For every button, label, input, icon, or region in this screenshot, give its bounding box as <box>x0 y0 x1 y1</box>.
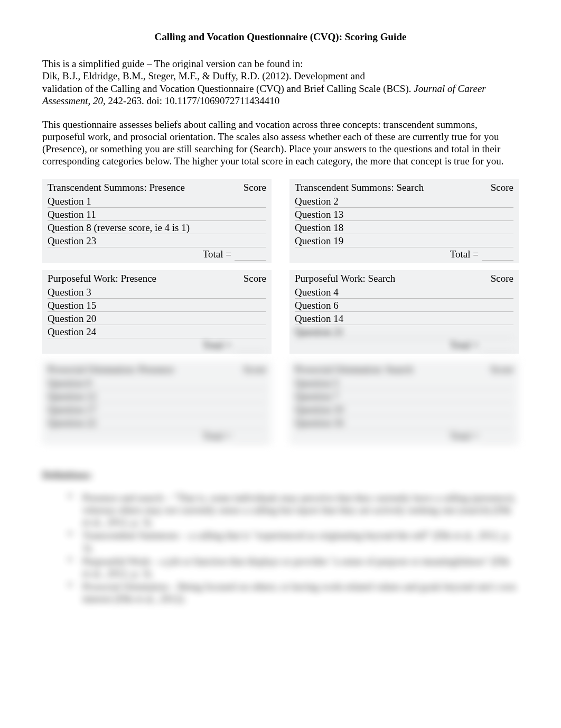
question-label: Question 19 <box>295 235 343 247</box>
definition-item: Prosocial Orientation – Being focused on… <box>68 580 519 605</box>
box-pw-search: Purposeful Work: Search Score Question 4… <box>289 270 519 354</box>
box-pw-presence: Purposeful Work: Presence Score Question… <box>42 270 272 354</box>
question-label: Question 12 <box>48 390 96 402</box>
question-label: Question 22 <box>48 417 96 429</box>
question-label: Question 11 <box>48 208 96 220</box>
row-purposeful: Purposeful Work: Presence Score Question… <box>42 270 519 354</box>
definition-item: Transcendent Summons – a calling that is… <box>68 529 519 554</box>
total-line: Total = <box>295 429 513 442</box>
question-line: Question 17 <box>48 403 266 416</box>
question-label: Question 6 <box>295 299 339 311</box>
total-slot <box>235 339 266 351</box>
definition-item: Purposeful Work – a job or function that… <box>68 555 519 579</box>
box-header: Prosocial Orientation: Presence Score <box>48 363 266 376</box>
intro-line-1: This is a simplified guide – The origina… <box>42 58 519 70</box>
question-line: Question 6 <box>295 299 513 312</box>
question-label: Question 15 <box>48 299 96 311</box>
question-line: Question 21 <box>295 325 513 338</box>
score-label: Score <box>244 363 266 375</box>
box-ts-presence: Transcendent Summons: Presence Score Que… <box>42 179 272 263</box>
total-label: Total = <box>450 339 482 351</box>
scoring-grid: Transcendent Summons: Presence Score Que… <box>42 179 519 445</box>
box-header: Transcendent Summons: Presence Score <box>48 181 266 195</box>
total-line: Total = <box>48 338 266 351</box>
question-label: Question 3 <box>48 286 91 298</box>
definitions-section: Definitions: Presence and search – "That… <box>42 469 519 605</box>
box-title: Purposeful Work: Search <box>295 272 395 284</box>
question-label: Question 4 <box>295 286 339 298</box>
question-label: Question 23 <box>48 235 96 247</box>
score-label: Score <box>244 181 266 193</box>
total-line: Total = <box>48 247 266 260</box>
intro-line-3a: validation of the Calling and Vocation Q… <box>42 83 414 94</box>
question-line: Question 8 (reverse score, ie 4 is 1) <box>48 221 266 234</box>
description: This questionnaire assesses beliefs abou… <box>42 118 519 168</box>
question-line: Question 9 <box>48 376 266 390</box>
question-line: Question 15 <box>48 299 266 312</box>
question-line: Question 7 <box>295 390 513 403</box>
question-label: Question 5 <box>295 377 339 389</box>
question-label: Question 9 <box>48 377 91 389</box>
question-line: Question 4 <box>295 285 513 299</box>
question-line: Question 18 <box>295 221 513 234</box>
score-label: Score <box>491 181 513 193</box>
box-title: Prosocial Orientation: Presence <box>48 363 174 375</box>
question-label: Question 8 (reverse score, ie 4 is 1) <box>48 222 190 234</box>
question-label: Question 21 <box>295 326 343 338</box>
total-slot <box>482 248 513 260</box>
intro-line-3c: 242-263. doi: 10.1177/1069072711434410 <box>106 95 280 106</box>
question-line: Question 19 <box>295 234 513 247</box>
total-slot <box>235 248 266 260</box>
score-label: Score <box>491 272 513 284</box>
total-label: Total = <box>203 430 235 442</box>
box-title: Transcendent Summons: Search <box>295 181 424 193</box>
total-label: Total = <box>450 248 482 260</box>
row-transcendent: Transcendent Summons: Presence Score Que… <box>42 179 519 263</box>
page-title: Calling and Vocation Questionnaire (CVQ)… <box>42 31 519 43</box>
box-header: Purposeful Work: Presence Score <box>48 272 266 285</box>
definition-item: Presence and search – "That is, some ind… <box>68 492 519 529</box>
question-line: Question 2 <box>295 195 513 208</box>
box-header: Prosocial Orientation: Search Score <box>295 363 513 376</box>
score-label: Score <box>244 272 266 284</box>
box-ts-search: Transcendent Summons: Search Score Quest… <box>289 179 519 263</box>
question-label: Question 10 <box>295 403 343 416</box>
intro-line-2: Dik, B.J., Eldridge, B.M., Steger, M.F.,… <box>42 70 519 82</box>
question-line: Question 3 <box>48 285 266 299</box>
box-title: Transcendent Summons: Presence <box>48 181 185 193</box>
question-line: Question 11 <box>48 208 266 221</box>
question-label: Question 1 <box>48 195 91 207</box>
question-label: Question 14 <box>295 312 343 325</box>
question-line: Question 23 <box>48 234 266 247</box>
total-slot <box>482 430 513 442</box>
total-label: Total = <box>450 430 482 442</box>
definitions-list: Presence and search – "That is, some ind… <box>42 492 519 605</box>
box-title: Prosocial Orientation: Search <box>295 363 413 375</box>
question-line: Question 22 <box>48 416 266 429</box>
total-line: Total = <box>295 247 513 260</box>
total-line: Total = <box>295 338 513 351</box>
total-label: Total = <box>203 248 235 260</box>
box-po-search: Prosocial Orientation: Search Score Ques… <box>289 361 519 445</box>
question-line: Question 16 <box>295 416 513 429</box>
box-po-presence: Prosocial Orientation: Presence Score Qu… <box>42 361 272 445</box>
question-line: Question 1 <box>48 195 266 208</box>
total-slot <box>235 430 266 442</box>
question-line: Question 20 <box>48 312 266 325</box>
question-label: Question 7 <box>295 390 339 402</box>
box-header: Purposeful Work: Search Score <box>295 272 513 285</box>
box-header: Transcendent Summons: Search Score <box>295 181 513 195</box>
question-line: Question 14 <box>295 312 513 325</box>
question-label: Question 20 <box>48 312 96 325</box>
page: Calling and Vocation Questionnaire (CVQ)… <box>0 0 561 638</box>
question-label: Question 16 <box>295 417 343 429</box>
intro-line-3: validation of the Calling and Vocation Q… <box>42 82 519 107</box>
definitions-title: Definitions: <box>42 469 519 481</box>
total-slot <box>482 339 513 351</box>
question-label: Question 18 <box>295 222 343 234</box>
total-label: Total = <box>203 339 235 351</box>
total-line: Total = <box>48 429 266 442</box>
box-title: Purposeful Work: Presence <box>48 272 156 284</box>
score-label: Score <box>491 363 513 375</box>
question-label: Question 24 <box>48 326 96 338</box>
